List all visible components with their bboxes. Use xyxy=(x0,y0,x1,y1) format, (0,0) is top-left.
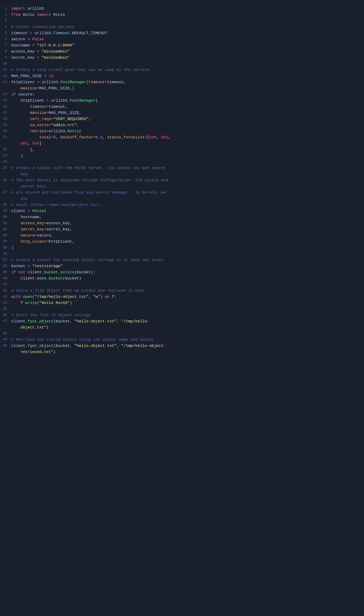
line-34: 34 http_client=httpClient, xyxy=(0,238,364,245)
line-8: 8 access_key = "minioadmin" xyxy=(0,48,364,55)
line-47: 47 client.fput_object(bucket, "hello-obj… xyxy=(0,318,364,324)
line-39: 39 if not client.bucket_exists(bucket): xyxy=(0,269,364,275)
line-num-34: 34 xyxy=(3,238,11,244)
line-content-4: # client connection options xyxy=(11,24,361,30)
line-num-47: 47 xyxy=(3,318,11,324)
line-32: 32 secret_key=secret_key, xyxy=(0,226,364,232)
line-content-28: # Vault (https://www.vaultproject.io/). xyxy=(11,202,361,208)
line-num-31: 31 xyxy=(3,220,11,226)
code-block: 1 import urllib3 2 from minio import Min… xyxy=(0,3,364,358)
line-3: 3 xyxy=(0,18,364,24)
line-content-22: ), xyxy=(11,147,361,153)
line-40: 40 client.make_bucket(bucket) xyxy=(0,275,364,281)
line-content-9: secret_key = "minioadmin" xyxy=(11,55,361,61)
line-25: 25 # Create a client with the MinIO serv… xyxy=(0,165,364,171)
line-content-26: # The host detail is obtained through co… xyxy=(11,177,361,183)
line-content-6: secure = False xyxy=(11,36,361,42)
line-content-5: timeout = urllib3.Timeout.DEFAULT_TIMEOU… xyxy=(11,30,361,36)
line-content-32: secret_key=secret_key, xyxy=(11,226,361,232)
line-49: 49 # Retrieve the stored object using th… xyxy=(0,337,364,343)
line-1: 1 import urllib3 xyxy=(0,6,364,12)
line-content-46: # Store the file in object storage xyxy=(11,312,361,318)
line-content-13: httpClient = urllib3.PoolManager(timeout… xyxy=(11,79,361,85)
line-content-29: client = Minio( xyxy=(11,208,361,214)
line-21: 21 total=5, backoff_factor=0.2, status_f… xyxy=(0,134,364,140)
line-content-38: bucket = "teststorage" xyxy=(11,263,361,269)
line-36: 36 xyxy=(0,251,364,257)
line-5: 5 timeout = urllib3.Timeout.DEFAULT_TIME… xyxy=(0,30,364,36)
line-20: 20 retries=urllib3.Retry( xyxy=(0,128,364,134)
line-num-39: 39 xyxy=(3,269,11,275)
line-content-44: f.write("Hello MinIO") xyxy=(11,300,361,306)
line-num-46: 46 xyxy=(3,312,11,318)
line-num-8: 8 xyxy=(3,48,11,54)
line-29: 29 client = Minio( xyxy=(0,208,364,214)
line-num-37: 37 xyxy=(3,257,11,263)
line-19: 19 ca_certs="admin.crt", xyxy=(0,122,364,128)
line-num-33: 33 xyxy=(3,232,11,238)
line-10: 10 xyxy=(0,61,364,67)
line-num-15: 15 xyxy=(3,98,11,103)
line-content-21-cont: 503, 504] xyxy=(11,140,361,146)
line-content-49: # Retrieve the stored object using the o… xyxy=(11,337,361,343)
line-num-17: 17 xyxy=(3,110,11,115)
line-num-28: 28 xyxy=(3,202,11,207)
line-content-43: with open("/tmp/hello-object.txt", "w") … xyxy=(11,294,361,300)
line-num-4: 4 xyxy=(3,24,11,29)
line-27: 27 # are stored and retrieved from any s… xyxy=(0,190,364,196)
line-content-7: hostname = "127.0.0.1:9000" xyxy=(11,42,361,48)
line-num-29: 29 xyxy=(3,208,11,213)
line-num-20: 20 xyxy=(3,128,11,134)
line-content-19: ca_certs="admin.crt", xyxy=(11,122,361,128)
line-num-12: 12 xyxy=(3,73,11,79)
line-num-36: 36 xyxy=(3,251,11,256)
line-num-26: 26 xyxy=(3,177,11,183)
line-16: 16 timeout=timeout, xyxy=(0,104,364,110)
line-23: 23 ) xyxy=(0,153,364,159)
line-46: 46 # Store the file in object storage xyxy=(0,312,364,318)
line-num-13: 13 xyxy=(3,79,11,85)
line-content-1: import urllib3 xyxy=(11,6,361,12)
line-48: 48 xyxy=(0,331,364,337)
line-content-18: cert_reqs="CERT_REQUIRED", xyxy=(11,116,361,122)
line-num-49: 49 xyxy=(3,337,11,342)
line-num-22: 22 xyxy=(3,147,11,152)
line-content-2: from minio import Minio xyxy=(11,12,361,18)
line-content-31: access_key=access_key, xyxy=(11,220,361,226)
line-11: 11 # Create a http client pool that can … xyxy=(0,67,364,73)
line-18: 18 cert_reqs="CERT_REQUIRED", xyxy=(0,116,364,122)
line-22: 22 ), xyxy=(0,147,364,153)
line-41: 41 xyxy=(0,281,364,288)
line-num-44: 44 xyxy=(3,300,11,306)
line-15: 15 httpClient = urllib3.PoolManager( xyxy=(0,98,364,104)
line-num-14: 14 xyxy=(3,91,11,97)
line-num-40: 40 xyxy=(3,275,11,281)
line-content-13-cont: maxsize=MAX_POOL_SIZE,) xyxy=(11,85,361,91)
line-content-50: client.fget_object(bucket, "hello-object… xyxy=(11,343,361,349)
line-33: 33 secure=secure, xyxy=(0,232,364,238)
line-2: 2 from minio import Minio xyxy=(0,12,364,18)
line-num-48: 48 xyxy=(3,331,11,336)
line-30: 30 hostname, xyxy=(0,214,364,220)
line-num-24: 24 xyxy=(3,159,11,165)
line-50: 50 client.fget_object(bucket, "hello-obj… xyxy=(0,343,364,349)
line-content-20: retries=urllib3.Retry( xyxy=(11,128,361,134)
line-26-cont: secret keys xyxy=(0,183,364,190)
line-num-30: 30 xyxy=(3,214,11,220)
line-num-21: 21 xyxy=(3,134,11,140)
line-num-3: 3 xyxy=(3,18,11,23)
line-content-21: total=5, backoff_factor=0.2, status_forc… xyxy=(11,134,361,140)
line-12: 12 MAX_POOL_SIZE = 10 xyxy=(0,73,364,79)
line-content-50-cont: retrieved.txt") xyxy=(11,349,361,355)
line-35: 35 ) xyxy=(0,245,364,251)
line-27-cont: use xyxy=(0,196,364,202)
line-50-cont: retrieved.txt") xyxy=(0,349,364,355)
line-num-10: 10 xyxy=(3,61,11,66)
line-num-32: 32 xyxy=(3,226,11,232)
line-num-35: 35 xyxy=(3,245,11,250)
line-content-34: http_client=httpClient, xyxy=(11,238,361,245)
line-content-47-cont: object.txt") xyxy=(11,324,361,330)
line-num-23: 23 xyxy=(3,153,11,158)
line-num-18: 18 xyxy=(3,116,11,122)
line-9: 9 secret_key = "minioadmin" xyxy=(0,55,364,61)
